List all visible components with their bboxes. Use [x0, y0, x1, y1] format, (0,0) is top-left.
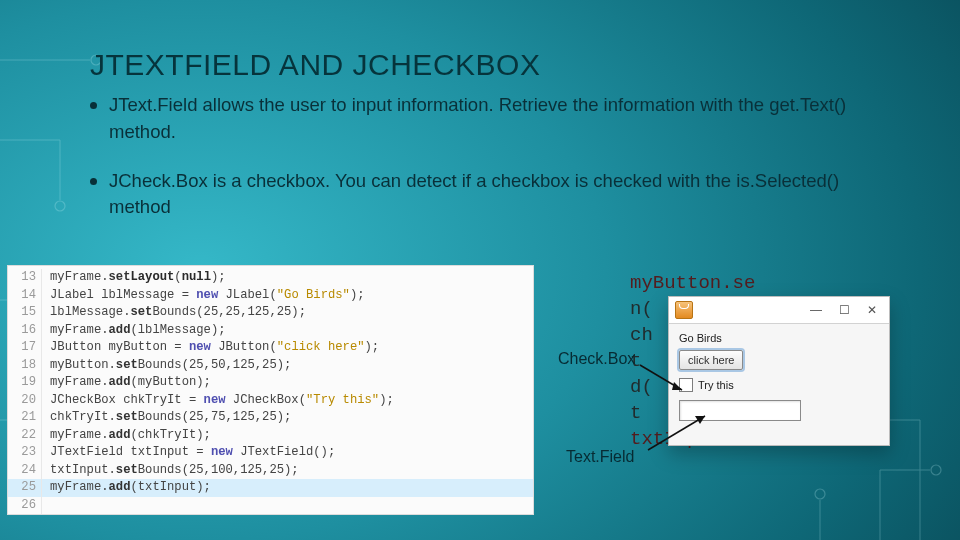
arrow-icon — [560, 360, 695, 404]
code-line: 20JCheckBox chkTryIt = new JCheckBox("Tr… — [8, 392, 533, 410]
code-line: 26 — [8, 497, 533, 515]
code-line: 14JLabel lblMessage = new JLabel("Go Bir… — [8, 287, 533, 305]
line-number: 25 — [8, 479, 42, 497]
line-number: 16 — [8, 322, 42, 340]
java-cup-icon — [675, 301, 693, 319]
code-text: myFrame.setLayout(null); — [42, 269, 226, 287]
line-number: 20 — [8, 392, 42, 410]
code-line: 19myFrame.add(myButton); — [8, 374, 533, 392]
bullet-list: JText.Field allows the user to input inf… — [90, 92, 870, 243]
bullet-text: JCheck.Box is a checkbox. You can detect… — [109, 168, 870, 222]
line-number: 26 — [8, 497, 42, 515]
code-text: lblMessage.setBounds(25,25,125,25); — [42, 304, 306, 322]
line-number: 23 — [8, 444, 42, 462]
code-text: myFrame.add(myButton); — [42, 374, 211, 392]
code-line: 22myFrame.add(chkTryIt); — [8, 427, 533, 445]
code-text: JTextField txtInput = new JTextField(); — [42, 444, 335, 462]
bullet-item: JCheck.Box is a checkbox. You can detect… — [90, 168, 870, 222]
code-line: 24txtInput.setBounds(25,100,125,25); — [8, 462, 533, 480]
code-line: 13myFrame.setLayout(null); — [8, 269, 533, 287]
minimize-icon[interactable]: — — [809, 303, 823, 317]
maximize-icon[interactable]: ☐ — [837, 303, 851, 317]
line-number: 22 — [8, 427, 42, 445]
code-text: myFrame.add(lblMessage); — [42, 322, 226, 340]
bullet-dot-icon — [90, 102, 97, 109]
slide-title: JTEXTFIELD AND JCHECKBOX — [90, 48, 540, 82]
code-text: JLabel lblMessage = new JLabel("Go Birds… — [42, 287, 365, 305]
code-text: myFrame.add(chkTryIt); — [42, 427, 211, 445]
code-line: 18myButton.setBounds(25,50,125,25); — [8, 357, 533, 375]
line-number: 21 — [8, 409, 42, 427]
code-line: 15lblMessage.setBounds(25,25,125,25); — [8, 304, 533, 322]
line-number: 24 — [8, 462, 42, 480]
code-text — [42, 497, 50, 515]
code-line: 17JButton myButton = new JButton("click … — [8, 339, 533, 357]
line-number: 17 — [8, 339, 42, 357]
code-text: myButton.setBounds(25,50,125,25); — [42, 357, 291, 375]
code-panel: 13myFrame.setLayout(null);14JLabel lblMe… — [8, 266, 533, 514]
svg-point-11 — [931, 465, 941, 475]
arrow-icon — [560, 408, 715, 460]
line-number: 14 — [8, 287, 42, 305]
code-text: myFrame.add(txtInput); — [42, 479, 211, 497]
line-number: 15 — [8, 304, 42, 322]
code-line: 16myFrame.add(lblMessage); — [8, 322, 533, 340]
jlabel-gobirds: Go Birds — [679, 332, 879, 344]
jcheckbox-label: Try this — [698, 379, 734, 391]
svg-line-19 — [648, 416, 705, 450]
bullet-dot-icon — [90, 178, 97, 185]
line-number: 13 — [8, 269, 42, 287]
code-line: 25myFrame.add(txtInput); — [8, 479, 533, 497]
close-icon[interactable]: ✕ — [865, 303, 879, 317]
svg-marker-20 — [695, 416, 705, 424]
bullet-text: JText.Field allows the user to input inf… — [109, 92, 870, 146]
code-text: JButton myButton = new JButton("click he… — [42, 339, 379, 357]
svg-point-13 — [815, 489, 825, 499]
code-line: 21chkTryIt.setBounds(25,75,125,25); — [8, 409, 533, 427]
code-text: txtInput.setBounds(25,100,125,25); — [42, 462, 299, 480]
bullet-item: JText.Field allows the user to input inf… — [90, 92, 870, 146]
svg-point-4 — [55, 201, 65, 211]
svg-marker-18 — [672, 382, 682, 390]
window-titlebar: — ☐ ✕ — [669, 297, 889, 324]
code-line: 23JTextField txtInput = new JTextField()… — [8, 444, 533, 462]
code-text: chkTryIt.setBounds(25,75,125,25); — [42, 409, 291, 427]
line-number: 19 — [8, 374, 42, 392]
code-text: JCheckBox chkTryIt = new JCheckBox("Try … — [42, 392, 394, 410]
line-number: 18 — [8, 357, 42, 375]
